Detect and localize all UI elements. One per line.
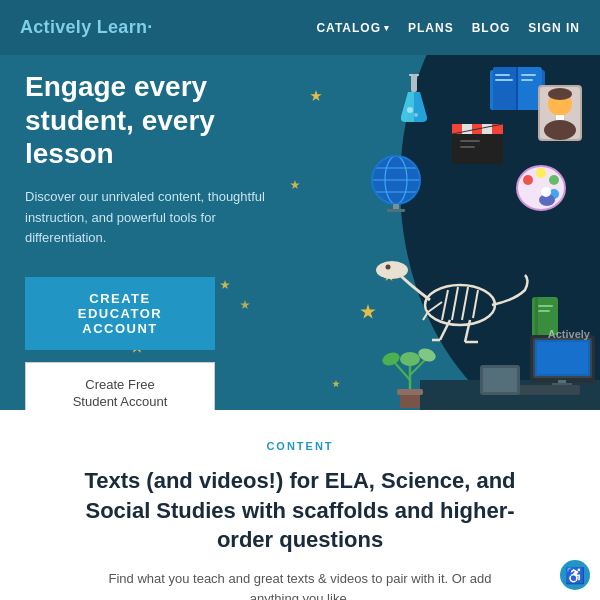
star-decoration bbox=[332, 380, 340, 388]
svg-point-80 bbox=[416, 346, 437, 363]
hero-headline: Engage every student, every lesson bbox=[25, 70, 295, 171]
svg-line-58 bbox=[423, 312, 428, 320]
svg-rect-5 bbox=[495, 74, 510, 76]
svg-rect-8 bbox=[521, 79, 533, 81]
hero-subtext: Discover our unrivaled content, thoughtf… bbox=[25, 187, 295, 249]
svg-rect-73 bbox=[400, 393, 420, 408]
nav-catalog[interactable]: CATALOG ▾ bbox=[316, 21, 390, 35]
nav-plans[interactable]: PLANS bbox=[408, 21, 454, 35]
svg-line-50 bbox=[385, 273, 386, 278]
svg-point-41 bbox=[544, 120, 576, 140]
content-heading: Texts (and videos!) for ELA, Science, an… bbox=[60, 466, 540, 555]
svg-line-47 bbox=[473, 290, 478, 318]
svg-rect-42 bbox=[556, 115, 564, 120]
star-decoration bbox=[310, 90, 322, 102]
svg-point-32 bbox=[536, 168, 546, 178]
watermark-text: Actively bbox=[548, 328, 590, 340]
accessibility-button[interactable]: ♿ bbox=[560, 560, 590, 590]
plants-illustration bbox=[375, 345, 445, 410]
create-educator-account-button[interactable]: CREATE EDUCATOR ACCOUNT bbox=[25, 277, 215, 350]
svg-point-43 bbox=[425, 285, 495, 325]
hero-section: Actively Engage every student, every les… bbox=[0, 0, 600, 410]
svg-rect-72 bbox=[483, 368, 517, 392]
nav-signin[interactable]: SIGN IN bbox=[528, 21, 580, 35]
nav: CATALOG ▾ PLANS BLOG SIGN IN bbox=[316, 21, 580, 35]
flask-illustration bbox=[398, 72, 430, 124]
svg-point-33 bbox=[549, 175, 559, 185]
svg-point-79 bbox=[380, 350, 401, 367]
nav-blog[interactable]: BLOG bbox=[472, 21, 511, 35]
svg-point-78 bbox=[400, 352, 420, 366]
logo[interactable]: Actively Learn· bbox=[20, 17, 153, 38]
content-section: CONTENT Texts (and videos!) for ELA, Sci… bbox=[0, 410, 600, 600]
svg-point-36 bbox=[541, 187, 551, 197]
svg-point-40 bbox=[548, 88, 572, 100]
svg-line-46 bbox=[462, 287, 468, 320]
header: Actively Learn· CATALOG ▾ PLANS BLOG SIG… bbox=[0, 0, 600, 55]
svg-point-12 bbox=[414, 113, 418, 117]
svg-rect-13 bbox=[452, 132, 503, 164]
hero-content: Engage every student, every lesson Disco… bbox=[25, 70, 295, 410]
create-student-account-button[interactable]: Create Free Student Account bbox=[25, 362, 215, 410]
svg-rect-67 bbox=[537, 342, 588, 374]
svg-rect-61 bbox=[538, 305, 553, 307]
logo-text: Actively Learn bbox=[20, 17, 147, 37]
svg-rect-10 bbox=[411, 74, 417, 92]
svg-point-49 bbox=[386, 265, 391, 270]
content-label: CONTENT bbox=[266, 440, 333, 452]
globe-illustration bbox=[367, 152, 425, 212]
chevron-down-icon: ▾ bbox=[384, 23, 390, 33]
svg-line-45 bbox=[452, 287, 458, 320]
svg-rect-3 bbox=[493, 67, 518, 110]
portrait-illustration bbox=[535, 82, 585, 144]
clapperboard-illustration bbox=[450, 118, 505, 166]
svg-point-31 bbox=[523, 175, 533, 185]
svg-rect-28 bbox=[387, 209, 405, 212]
desk-illustration bbox=[420, 330, 600, 410]
svg-line-52 bbox=[397, 273, 398, 277]
svg-point-11 bbox=[407, 107, 413, 113]
svg-line-44 bbox=[442, 290, 448, 320]
svg-rect-6 bbox=[495, 79, 513, 81]
svg-rect-74 bbox=[397, 389, 423, 395]
svg-rect-19 bbox=[460, 140, 480, 142]
svg-rect-70 bbox=[515, 385, 580, 395]
content-subtext: Find what you teach and great texts & vi… bbox=[70, 569, 530, 600]
logo-dot: · bbox=[147, 17, 152, 37]
svg-rect-7 bbox=[521, 74, 536, 76]
svg-rect-62 bbox=[538, 310, 550, 312]
palette-illustration bbox=[512, 158, 570, 216]
svg-rect-20 bbox=[460, 146, 475, 148]
svg-line-57 bbox=[428, 302, 442, 312]
